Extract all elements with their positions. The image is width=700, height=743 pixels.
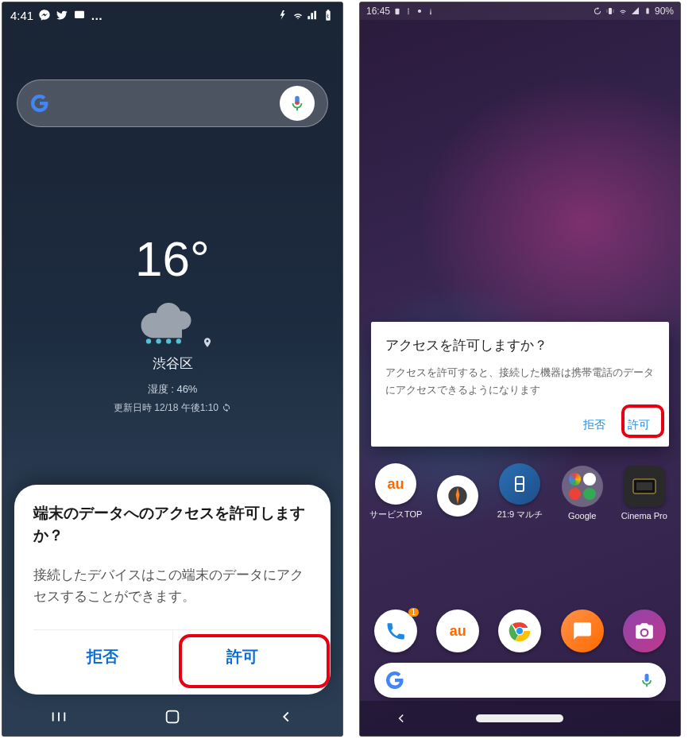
status-icon (416, 7, 423, 15)
dialog-title: 端末のデータへのアクセスを許可しますか？ (33, 502, 311, 546)
message-icon (572, 621, 593, 641)
svg-rect-8 (609, 8, 612, 14)
google-search-widget[interactable] (374, 663, 666, 698)
deny-button[interactable]: 拒否 (578, 413, 610, 437)
samsung-phone: 4:41 … 16° 渋谷区 湿度 : 46% (2, 2, 343, 737)
svg-point-3 (166, 339, 171, 343)
svg-rect-10 (647, 8, 648, 9)
status-bar: 4:41 … (2, 2, 342, 28)
svg-point-1 (146, 339, 151, 343)
permission-dialog: 端末のデータへのアクセスを許可しますか？ 接続したデバイスはこの端末のデータにア… (14, 485, 331, 695)
mic-icon[interactable] (639, 672, 655, 688)
weather-widget[interactable]: 16° 渋谷区 湿度 : 46% 更新日時 12/18 午後1:10 (2, 230, 342, 415)
weather-rain-icon (132, 301, 199, 348)
camera-icon (634, 621, 655, 641)
last-updated: 更新日時 12/18 午後1:10 (2, 401, 342, 415)
app-label: 21:9 マルチ (492, 509, 547, 520)
status-time: 4:41 (10, 9, 33, 22)
home-pill[interactable] (476, 714, 563, 722)
cinema-icon (632, 478, 656, 494)
allow-button[interactable]: 許可 (623, 413, 655, 437)
status-icon (404, 7, 412, 15)
svg-point-4 (176, 339, 180, 343)
mic-icon (288, 95, 306, 112)
dialog-message: 接続したデバイスはこの端末のデータにアクセスすることができます。 (33, 565, 311, 607)
vibrate-icon (605, 6, 615, 16)
badge: 1 (408, 608, 420, 617)
chrome-icon (507, 618, 532, 644)
dock-phone[interactable]: 1 (374, 609, 417, 652)
app-compass[interactable] (430, 475, 485, 520)
voice-search-button[interactable] (280, 86, 315, 121)
home-icon[interactable] (164, 708, 181, 726)
location-name: 渋谷区 (2, 354, 342, 373)
android-nav-bar (360, 701, 680, 736)
google-icon (385, 671, 404, 690)
signal-icon (631, 6, 640, 16)
wifi-icon (618, 6, 628, 16)
location-pin-icon (202, 337, 213, 348)
svg-rect-5 (167, 711, 179, 723)
dock-camera[interactable] (623, 609, 666, 652)
multiwindow-icon (510, 474, 529, 493)
app-service-top[interactable]: au サービスTOP (368, 463, 423, 520)
recents-icon[interactable] (50, 708, 68, 726)
more-notifications-icon: … (91, 9, 103, 22)
app-row: au サービスTOP 21:9 マルチ (360, 463, 680, 520)
humidity: 湿度 : 46% (2, 382, 342, 397)
svg-rect-0 (75, 11, 84, 18)
svg-point-2 (156, 339, 160, 343)
au-icon: au (388, 476, 404, 493)
rotation-icon (593, 6, 602, 16)
dock-chrome[interactable] (498, 609, 541, 652)
back-icon[interactable] (394, 711, 408, 726)
allow-button[interactable]: 許可 (172, 630, 312, 683)
dock-messages[interactable] (561, 609, 604, 652)
battery-icon (644, 6, 652, 16)
status-icon (393, 7, 401, 15)
messenger-icon (38, 9, 51, 21)
dialog-message: アクセスを許可すると、接続した機器は携帯電話のデータにアクセスできるようになりま… (385, 364, 655, 399)
svg-rect-6 (396, 9, 400, 15)
svg-rect-15 (636, 482, 652, 490)
sony-phone: 16:45 90% アクセスを許可しますか？ アクセスを許可すると、接続した機器… (359, 2, 681, 737)
app-21-9-multi[interactable]: 21:9 マルチ (492, 463, 547, 520)
vibrate-icon (277, 9, 289, 21)
deny-button[interactable]: 拒否 (33, 630, 172, 683)
dock-au[interactable]: au (436, 609, 479, 652)
back-icon[interactable] (277, 708, 295, 726)
google-search-widget[interactable] (17, 79, 328, 127)
refresh-icon[interactable] (222, 403, 231, 412)
wifi-icon (292, 9, 304, 21)
notification-icon (73, 9, 86, 21)
temperature: 16° (2, 230, 342, 287)
app-label: サービスTOP (368, 509, 423, 520)
status-icon (427, 7, 435, 15)
app-folder-google[interactable]: Google (555, 466, 610, 520)
permission-dialog: アクセスを許可しますか？ アクセスを許可すると、接続した機器は携帯電話のデータに… (371, 322, 669, 447)
au-icon: au (450, 623, 466, 640)
svg-point-7 (418, 10, 421, 13)
battery-percent: 90% (655, 6, 674, 17)
app-label: Google (555, 511, 610, 520)
app-cinema-pro[interactable]: Cinema Pro (617, 466, 672, 520)
twitter-icon (56, 9, 68, 21)
dialog-title: アクセスを許可しますか？ (385, 336, 655, 354)
google-icon (30, 94, 49, 113)
svg-point-19 (642, 630, 648, 636)
phone-icon (385, 620, 407, 642)
android-nav-bar (2, 698, 342, 736)
status-time: 16:45 (366, 6, 390, 17)
compass-icon (447, 485, 469, 507)
app-label: Cinema Pro (617, 511, 672, 520)
signal-icon (307, 9, 319, 21)
dock: 1 au (360, 609, 680, 656)
battery-icon (322, 9, 335, 21)
folder-icon (562, 466, 603, 507)
status-bar: 16:45 90% (360, 2, 680, 20)
svg-rect-9 (646, 9, 648, 14)
